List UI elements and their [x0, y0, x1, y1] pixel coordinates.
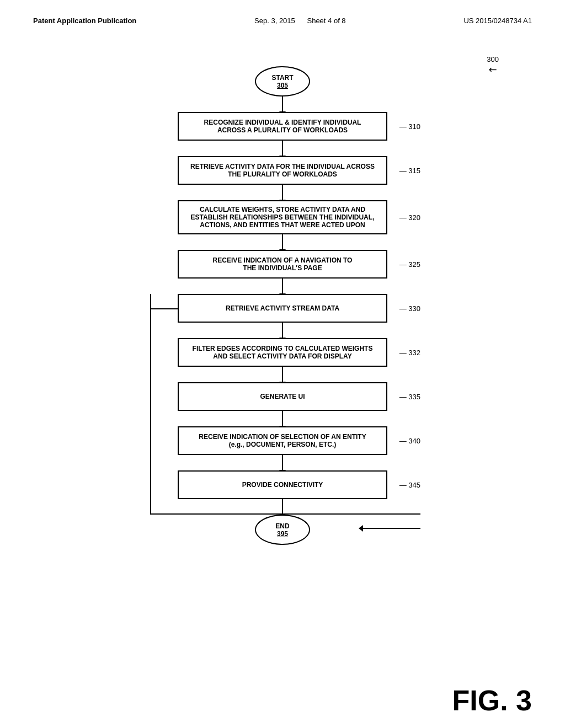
- header-date-sheet: Sep. 3, 2015 Sheet 4 of 8: [254, 17, 346, 25]
- end-label: END: [275, 522, 289, 530]
- node-320: CALCULATE WEIGHTS, STORE ACTIVITY DATA A…: [178, 200, 387, 234]
- node-340-wrapper: RECEIVE INDICATION OF SELECTION OF AN EN…: [178, 426, 387, 455]
- header-sheet: Sheet 4 of 8: [307, 17, 345, 25]
- ref-335: — 335: [399, 393, 420, 401]
- end-shape: END 395: [255, 515, 310, 545]
- flowchart: START 305 RECOGNIZE INDIVIDUAL & IDENTIF…: [117, 66, 448, 545]
- arrow-330-to-332: [282, 323, 283, 338]
- ref-300-label: 300: [487, 55, 499, 63]
- ref-325: — 325: [399, 260, 420, 269]
- node-315-wrapper: RETRIEVE ACTIVITY DATA FOR THE INDIVIDUA…: [178, 156, 387, 185]
- node-310: RECOGNIZE INDIVIDUAL & IDENTIFY INDIVIDU…: [178, 112, 387, 141]
- ref-340: — 340: [399, 437, 420, 445]
- end-node-wrapper: END 395: [255, 515, 310, 545]
- node-330: RETRIEVE ACTIVITY STREAM DATA: [178, 294, 387, 323]
- node-345-wrapper: PROVIDE CONNECTIVITY — 345: [178, 470, 387, 499]
- ref-315: — 315: [399, 167, 420, 175]
- arrow-310-to-315: [282, 141, 283, 156]
- arrow-332-to-335: [282, 367, 283, 382]
- arrow-335-to-340: [282, 411, 283, 426]
- start-ref: 305: [277, 82, 288, 89]
- header-publication-label: Patent Application Publication: [33, 17, 136, 25]
- start-node: START 305: [255, 66, 310, 97]
- page: Patent Application Publication Sep. 3, 2…: [0, 0, 565, 728]
- node-325-wrapper: RECEIVE INDICATION OF A NAVIGATION TOTHE…: [178, 250, 387, 279]
- arrow-315-to-320: [282, 185, 283, 200]
- arrow-325-to-330: [282, 279, 283, 294]
- loop-end-arrow-head: [359, 525, 363, 532]
- diagram-area: 300 ↙ START 305 RECOGNIZE INDIVIDUAL & I…: [33, 50, 532, 545]
- ref-320: — 320: [399, 213, 420, 222]
- node-315: RETRIEVE ACTIVITY DATA FOR THE INDIVIDUA…: [178, 156, 387, 185]
- ref-330: — 330: [399, 304, 420, 313]
- ref-310: — 310: [399, 122, 420, 131]
- loop-section: RETRIEVE ACTIVITY STREAM DATA — 330 FILT…: [117, 294, 448, 545]
- arrow-start-to-310: [282, 97, 283, 112]
- node-345: PROVIDE CONNECTIVITY: [178, 470, 387, 499]
- ref-345: — 345: [399, 481, 420, 489]
- ref-300: 300 ↙: [487, 55, 499, 76]
- node-335: GENERATE UI: [178, 382, 387, 411]
- node-320-wrapper: CALCULATE WEIGHTS, STORE ACTIVITY DATA A…: [178, 200, 387, 234]
- start-shape: START 305: [255, 66, 310, 97]
- arrow-345-to-end: [282, 499, 283, 515]
- arrow-340-to-345: [282, 455, 283, 470]
- loop-end-horiz-line: [363, 528, 420, 529]
- page-header: Patent Application Publication Sep. 3, 2…: [33, 17, 532, 28]
- end-ref: 395: [277, 530, 288, 538]
- arrow-320-to-325: [282, 234, 283, 250]
- node-310-wrapper: RECOGNIZE INDIVIDUAL & IDENTIFY INDIVIDU…: [178, 112, 387, 141]
- figure-label: FIG. 3: [452, 684, 532, 717]
- node-335-wrapper: GENERATE UI — 335: [178, 382, 387, 411]
- start-label: START: [271, 74, 293, 82]
- header-date: Sep. 3, 2015: [254, 17, 295, 25]
- ref-332: — 332: [399, 349, 420, 357]
- node-332: FILTER EDGES ACCORDING TO CALCULATED WEI…: [178, 338, 387, 367]
- node-340: RECEIVE INDICATION OF SELECTION OF AN EN…: [178, 426, 387, 455]
- ref-300-arrow-icon: ↙: [486, 62, 500, 77]
- node-332-wrapper: FILTER EDGES ACCORDING TO CALCULATED WEI…: [178, 338, 387, 367]
- loop-left-line: [150, 294, 151, 513]
- header-patent-number: US 2015/0248734 A1: [463, 17, 532, 25]
- node-325: RECEIVE INDICATION OF A NAVIGATION TOTHE…: [178, 250, 387, 279]
- node-330-wrapper: RETRIEVE ACTIVITY STREAM DATA — 330: [178, 294, 387, 323]
